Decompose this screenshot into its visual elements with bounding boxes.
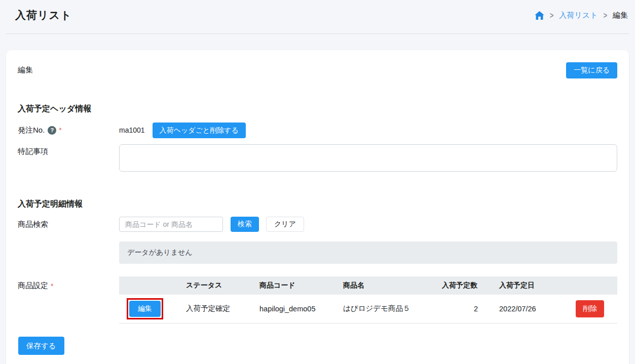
header-delete-col	[563, 276, 617, 295]
no-data-message: データがありません	[119, 241, 617, 264]
back-to-list-button[interactable]: 一覧に戻る	[566, 62, 617, 78]
section-heading-header-info: 入荷予定ヘッダ情報	[18, 104, 617, 114]
breadcrumb-separator: >	[550, 11, 554, 20]
clear-button[interactable]: クリア	[266, 217, 304, 232]
order-no-label-group: 発注No. ? *	[18, 126, 119, 135]
order-no-label: 発注No.	[18, 126, 45, 135]
help-icon[interactable]: ?	[48, 126, 56, 135]
product-search-row: 商品検索 検索 クリア	[18, 217, 617, 232]
cell-expected-date: 2022/07/26	[484, 295, 563, 323]
cell-product-name: はぴロジデモ商品５	[337, 295, 436, 323]
notes-label: 特記事項	[18, 144, 119, 156]
header-divider	[6, 33, 629, 34]
top-bar: 入荷リスト > 入荷リスト > 編集	[0, 0, 635, 33]
header-product-name: 商品名	[337, 276, 436, 295]
required-asterisk: *	[51, 282, 53, 290]
product-detail-table: ステータス 商品コード 商品名 入荷予定数 入荷予定日 編集 入荷予定確定	[119, 276, 617, 323]
header-expected-date: 入荷予定日	[484, 276, 563, 295]
save-button[interactable]: 保存する	[18, 337, 64, 355]
order-no-value: ma1001	[119, 126, 145, 134]
header-product-code: 商品コード	[253, 276, 337, 295]
product-search-label: 商品検索	[18, 220, 119, 229]
notes-textarea[interactable]	[119, 144, 617, 172]
cell-status: 入荷予定確定	[180, 295, 253, 323]
product-config-row: 商品設定 * ステータス 商品コード 商品名 入荷予定数 入荷予定日	[18, 276, 617, 323]
header-edit-col	[119, 276, 180, 295]
row-delete-button[interactable]: 削除	[576, 300, 604, 317]
product-search-input[interactable]	[119, 217, 223, 232]
table-row: 編集 入荷予定確定 hapilogi_demo05 はぴロジデモ商品５ 2 20…	[119, 295, 617, 323]
required-asterisk: *	[59, 126, 61, 134]
product-config-label-group: 商品設定 *	[18, 276, 119, 291]
breadcrumb-link-arrival-list[interactable]: 入荷リスト	[559, 11, 597, 20]
page-title: 入荷リスト	[15, 8, 71, 22]
edit-button-highlight: 編集	[127, 298, 163, 319]
table-header-row: ステータス 商品コード 商品名 入荷予定数 入荷予定日	[119, 276, 617, 295]
breadcrumb-current: 編集	[613, 11, 628, 20]
cell-expected-qty: 2	[436, 295, 484, 323]
product-config-label: 商品設定	[18, 281, 48, 291]
notes-row: 特記事項	[18, 144, 617, 172]
edit-card: 編集 一覧に戻る 入荷予定ヘッダ情報 発注No. ? * ma1001 入荷ヘッ…	[6, 50, 629, 364]
header-status: ステータス	[180, 276, 253, 295]
breadcrumb-home-link[interactable]	[535, 11, 544, 20]
row-edit-button[interactable]: 編集	[129, 301, 161, 317]
breadcrumb: > 入荷リスト > 編集	[535, 11, 628, 20]
search-button[interactable]: 検索	[231, 217, 259, 232]
header-expected-qty: 入荷予定数	[436, 276, 484, 295]
home-icon	[535, 11, 544, 20]
card-title: 編集	[18, 62, 33, 75]
delete-header-button[interactable]: 入荷ヘッダごと削除する	[153, 123, 246, 139]
order-no-row: 発注No. ? * ma1001 入荷ヘッダごと削除する	[18, 123, 617, 139]
cell-product-code: hapilogi_demo05	[253, 295, 337, 323]
breadcrumb-separator: >	[603, 11, 607, 20]
section-heading-detail-info: 入荷予定明細情報	[18, 199, 617, 210]
